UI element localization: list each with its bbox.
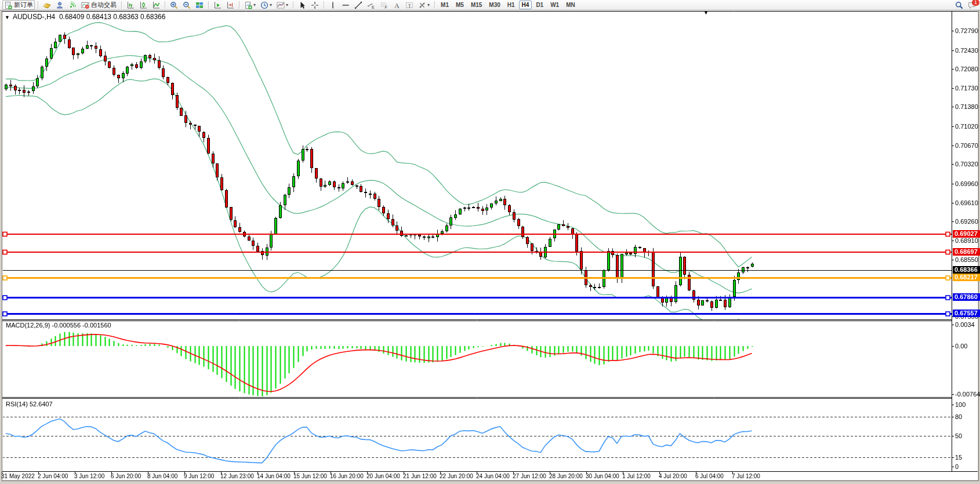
bid-price-label: 0.68366	[953, 266, 980, 274]
crosshair-button[interactable]	[309, 0, 321, 10]
time-axis-label: 7 Jul 12:00	[732, 473, 760, 479]
hline-price-label: 0.68217	[953, 274, 980, 281]
dropdown-arrow-icon[interactable]: ▾	[270, 2, 272, 8]
autotrading-icon	[81, 1, 89, 9]
community-button[interactable]	[54, 0, 66, 10]
toolbar-separator	[121, 1, 122, 9]
signals-button[interactable]	[67, 0, 78, 10]
time-axis-label: 8 Jun 04:00	[147, 473, 177, 479]
indicator-axis-tick: 0	[955, 463, 959, 471]
indicators-button[interactable]: ▾	[275, 0, 290, 10]
bar-chart-button[interactable]	[125, 0, 136, 10]
fibonacci-button[interactable]: F	[378, 0, 390, 10]
timeframe-d1-button[interactable]: D1	[533, 1, 546, 9]
time-axis-label: 30 Jun 04:00	[586, 473, 619, 479]
time-axis-label: 22 Jun 20:00	[440, 473, 473, 479]
indicator-axis-tick: 100	[955, 401, 966, 409]
time-axis-label: 27 Jun 12:00	[513, 473, 546, 479]
price-axis-tick: 0.72790	[955, 27, 978, 35]
chart-shift-button[interactable]	[224, 0, 236, 10]
time-axis-label: 28 Jun 20:00	[549, 473, 583, 479]
zoom-in-button[interactable]	[168, 0, 180, 10]
time-axis-label: 2 Jun 04:00	[38, 473, 68, 479]
dropdown-arrow-icon[interactable]: ▾	[427, 2, 430, 8]
trendline-button[interactable]	[353, 0, 364, 10]
bar-chart-icon	[126, 1, 135, 9]
hline-price-label: 0.68697	[953, 248, 980, 256]
chat-button[interactable]: 1	[966, 0, 978, 10]
time-axis-label: 1 Jul 12:00	[622, 473, 651, 479]
timeframe-h1-button[interactable]: H1	[504, 1, 518, 9]
clock-icon	[260, 1, 268, 9]
vertical-line-button[interactable]	[327, 0, 339, 10]
vertical-line-icon	[329, 1, 337, 9]
gold-icon	[43, 1, 51, 9]
time-axis-label: 16 Jun 20:00	[330, 473, 364, 479]
indicator-axis-tick: 50	[955, 432, 962, 440]
time-axis-label: 6 Jul 04:00	[695, 473, 724, 479]
dropdown-arrow-icon[interactable]: ▾	[286, 2, 288, 8]
indicator-axis-tick: 0.0034	[955, 321, 975, 329]
new-order-button[interactable]: 新订单	[2, 0, 35, 10]
price-axis-tick: 0.69610	[955, 199, 978, 207]
person-icon	[56, 1, 64, 9]
indicators-icon	[277, 1, 285, 9]
new-chart-button[interactable]: ▾	[242, 0, 257, 10]
price-chart-canvas[interactable]	[0, 0, 980, 484]
collapse-arrow-icon[interactable]: ▼	[5, 14, 10, 20]
autotrading-button[interactable]: 自动交易	[79, 0, 118, 10]
price-axis-tick: 0.69960	[955, 180, 978, 188]
toolbar-separator	[239, 1, 239, 9]
toolbar-right-group: 1	[953, 0, 978, 10]
chart-shift-marker-icon[interactable]: ▼	[703, 10, 709, 16]
trendline-icon	[354, 1, 362, 9]
timeframe-h4-button[interactable]: H4	[519, 1, 532, 9]
timeframe-mn-button[interactable]: MN	[563, 1, 578, 9]
time-axis-label: 3 Jun 12:00	[74, 473, 104, 479]
timeframe-m1-button[interactable]: M1	[438, 1, 452, 9]
profiles-button[interactable]: ▾	[259, 0, 274, 10]
candlestick-chart-button[interactable]	[137, 0, 149, 10]
deposit-button[interactable]	[41, 0, 53, 10]
zoom-in-icon	[170, 1, 178, 9]
time-axis-label: 4 Jul 20:00	[659, 473, 687, 479]
timeframe-w1-button[interactable]: W1	[547, 1, 562, 9]
cursor-button[interactable]	[296, 0, 308, 10]
price-axis-tick: 0.68550	[955, 256, 978, 264]
timeframe-m5-button[interactable]: M5	[453, 1, 467, 9]
price-axis-tick: 0.68910	[955, 237, 978, 245]
arrows-button[interactable]: ▾	[416, 0, 431, 10]
chart-shift-icon	[226, 1, 234, 9]
indicator-axis-tick: -0.007643	[955, 391, 980, 398]
timeframe-m15-button[interactable]: M15	[468, 1, 485, 9]
line-chart-button[interactable]	[150, 0, 162, 10]
time-axis-label: 20 Jun 04:00	[366, 473, 400, 479]
zoom-out-button[interactable]	[181, 0, 193, 10]
text-icon: A	[393, 1, 401, 9]
price-axis[interactable]: 0.727900.724300.720800.717300.713800.710…	[952, 11, 980, 319]
notification-badge: 1	[972, 0, 979, 6]
hline-price-label: 0.67860	[953, 293, 980, 301]
auto-scroll-button[interactable]	[212, 0, 223, 10]
time-axis-label: 6 Jun 20:00	[111, 473, 141, 479]
text-button[interactable]: A	[391, 0, 402, 10]
timeframe-m30-button[interactable]: M30	[486, 1, 503, 9]
time-axis-label: 31 May 2022	[1, 473, 35, 479]
price-axis-tick: 0.71730	[955, 85, 978, 92]
crosshair-icon	[311, 1, 319, 9]
tile-windows-icon	[195, 1, 204, 9]
time-axis-label: 24 Jun 04:00	[476, 473, 510, 479]
search-button[interactable]	[953, 0, 965, 10]
svg-text:E: E	[372, 5, 375, 9]
toolbar-separator	[293, 1, 293, 9]
time-axis-label: 12 Jun 23:00	[220, 473, 254, 479]
text-label-button[interactable]: T	[404, 0, 415, 10]
equidistant-channel-button[interactable]: E	[365, 0, 377, 10]
macd-indicator-label: MACD(12,26,9) -0.000556 -0.001560	[6, 322, 111, 329]
tile-windows-button[interactable]	[194, 0, 205, 10]
symbol-period-label: AUDUSD-,H4	[13, 13, 55, 21]
chart-title: ▼AUDUSD-,H4 0.68409 0.68413 0.68363 0.68…	[5, 13, 165, 21]
ohlc-values: 0.68409 0.68413 0.68363 0.68366	[59, 13, 166, 21]
horizontal-line-button[interactable]	[340, 0, 351, 10]
dropdown-arrow-icon[interactable]: ▾	[253, 2, 256, 8]
